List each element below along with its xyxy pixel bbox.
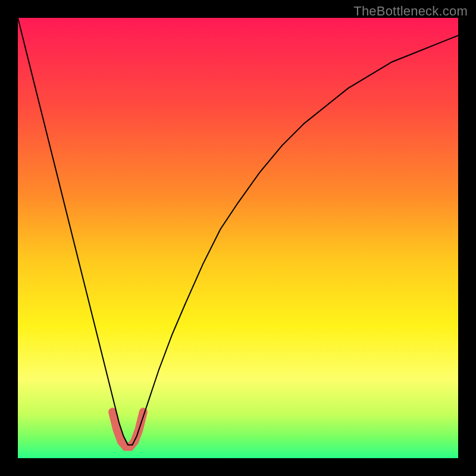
plot-frame [18, 18, 458, 458]
plot-background [18, 18, 458, 458]
bottleneck-chart [18, 18, 458, 458]
chart-stage: TheBottleneck.com [0, 0, 476, 476]
attribution-label: TheBottleneck.com [353, 4, 468, 19]
